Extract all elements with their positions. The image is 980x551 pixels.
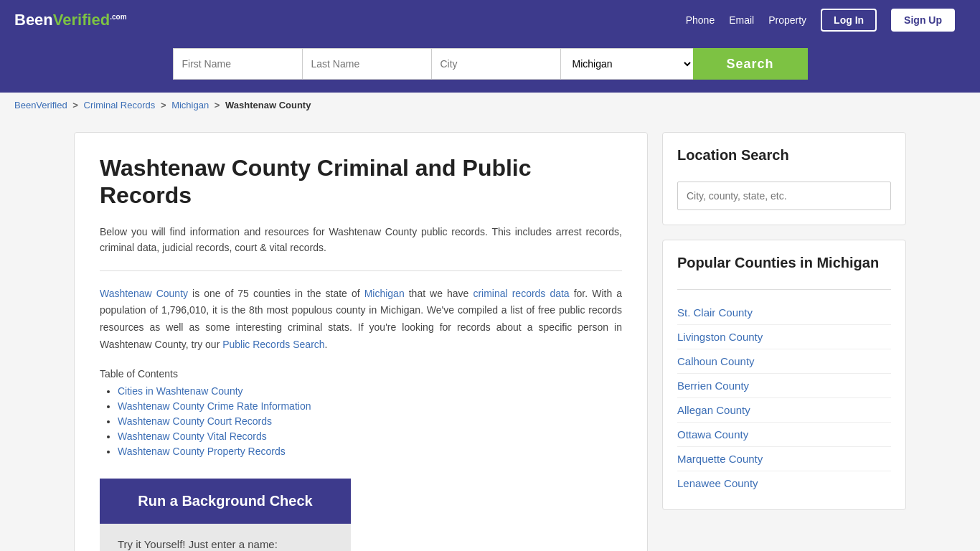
logo-area: BeenVerified.com (14, 11, 127, 29)
city-input[interactable] (431, 48, 560, 80)
toc-link-vital[interactable]: Washtenaw County Vital Records (118, 430, 267, 442)
popular-counties-title: Popular Counties in Michigan (677, 255, 891, 278)
page-title: Washtenaw County Criminal and Public Rec… (100, 154, 622, 209)
breadcrumb-sep1: > (72, 100, 78, 110)
breadcrumb-current: Washtenaw County (225, 100, 311, 110)
county-link-livingston[interactable]: Livingston County (677, 331, 763, 343)
bg-check-section: Run a Background Check Try it Yourself! … (100, 479, 622, 551)
county-link-calhoun[interactable]: Calhoun County (677, 355, 755, 367)
county-link-ottawa[interactable]: Ottawa County (677, 428, 748, 441)
state-select[interactable]: Michigan (560, 48, 693, 80)
bg-check-left: Run a Background Check Try it Yourself! … (100, 479, 351, 551)
michigan-link[interactable]: Michigan (364, 288, 405, 299)
main-content: Washtenaw County Criminal and Public Rec… (60, 132, 920, 551)
logo-dot: .com (110, 12, 126, 20)
county-link-marquette[interactable]: Marquette County (677, 453, 763, 465)
toc-list: Cities in Washtenaw County Washtenaw Cou… (100, 385, 622, 457)
list-item: Cities in Washtenaw County (118, 385, 622, 397)
nav-phone[interactable]: Phone (686, 14, 715, 26)
list-item: Livingston County (677, 325, 891, 349)
logo-been: Been (14, 11, 53, 29)
divider (100, 270, 622, 271)
bg-check-right: Try it Yourself! Just enter a name: (100, 524, 351, 551)
nav-property[interactable]: Property (768, 14, 806, 26)
intro-text: Below you will find information and reso… (100, 224, 622, 256)
search-button[interactable]: Search (693, 48, 808, 80)
toc-link-court[interactable]: Washtenaw County Court Records (118, 415, 272, 427)
popular-counties-widget: Popular Counties in Michigan St. Clair C… (662, 240, 906, 510)
first-name-input[interactable] (173, 48, 302, 80)
bg-check-button[interactable]: Run a Background Check (100, 479, 351, 524)
left-panel: Washtenaw County Criminal and Public Rec… (74, 132, 648, 551)
location-search-title: Location Search (677, 147, 891, 171)
body-text: Washtenaw County is one of 75 counties i… (100, 286, 622, 354)
breadcrumb-home[interactable]: BeenVerified (14, 100, 67, 110)
header-nav: Phone Email Property Log In Sign Up (686, 9, 955, 32)
county-link-lenawee[interactable]: Lenawee County (677, 477, 758, 489)
list-item: Washtenaw County Court Records (118, 415, 622, 427)
toc-link-cities[interactable]: Cities in Washtenaw County (118, 385, 243, 397)
bg-check-subtitle: Try it Yourself! Just enter a name: (118, 538, 333, 550)
breadcrumb-state[interactable]: Michigan (171, 100, 209, 110)
breadcrumb-criminal[interactable]: Criminal Records (84, 100, 156, 110)
last-name-input[interactable] (302, 48, 431, 80)
county-list: St. Clair County Livingston County Calho… (677, 301, 891, 495)
toc-title: Table of Contents (100, 368, 622, 380)
breadcrumb-sep2: > (161, 100, 166, 110)
list-item: St. Clair County (677, 301, 891, 325)
logo: BeenVerified.com (14, 11, 127, 29)
breadcrumb: BeenVerified > Criminal Records > Michig… (0, 93, 980, 118)
search-bar: Michigan Search (0, 39, 980, 93)
nav-email[interactable]: Email (729, 14, 754, 26)
header: BeenVerified.com Phone Email Property Lo… (0, 0, 980, 39)
breadcrumb-sep3: > (215, 100, 220, 110)
login-button[interactable]: Log In (821, 9, 877, 32)
county-link-berrien[interactable]: Berrien County (677, 380, 749, 392)
list-item: Allegan County (677, 398, 891, 423)
list-item: Ottawa County (677, 423, 891, 447)
list-item: Calhoun County (677, 349, 891, 374)
location-search-input[interactable] (677, 182, 891, 210)
criminal-records-link[interactable]: criminal records data (473, 288, 569, 299)
list-item: Washtenaw County Property Records (118, 446, 622, 457)
list-item: Washtenaw County Crime Rate Information (118, 400, 622, 412)
public-records-link[interactable]: Public Records Search (222, 339, 324, 350)
washtenaw-county-link[interactable]: Washtenaw County (100, 288, 188, 299)
list-item: Washtenaw County Vital Records (118, 430, 622, 442)
county-link-st-clair[interactable]: St. Clair County (677, 306, 753, 319)
toc-link-property[interactable]: Washtenaw County Property Records (118, 446, 286, 457)
right-panel: Location Search Popular Counties in Mich… (662, 132, 906, 524)
list-item: Berrien County (677, 374, 891, 398)
logo-verified: Verified (53, 11, 110, 29)
list-item: Marquette County (677, 447, 891, 471)
county-link-allegan[interactable]: Allegan County (677, 404, 750, 416)
toc-link-crime[interactable]: Washtenaw County Crime Rate Information (118, 400, 311, 412)
list-item: Lenawee County (677, 471, 891, 495)
counties-divider (677, 289, 891, 290)
location-search-widget: Location Search (662, 132, 906, 225)
signup-button[interactable]: Sign Up (891, 9, 955, 32)
